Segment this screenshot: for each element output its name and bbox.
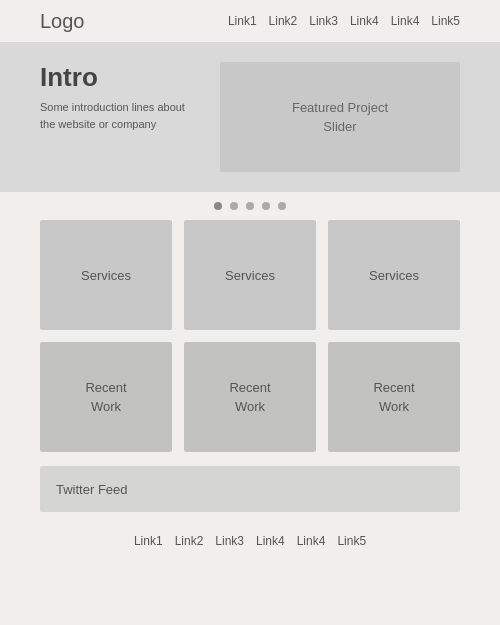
- slider-dot[interactable]: [214, 202, 222, 210]
- footer-link[interactable]: Link5: [337, 534, 366, 548]
- slider-dots: [0, 192, 500, 220]
- recent-work-box[interactable]: RecentWork: [40, 342, 172, 452]
- slider-dot[interactable]: [230, 202, 238, 210]
- intro-title: Intro: [40, 62, 200, 93]
- recent-work-box[interactable]: RecentWork: [328, 342, 460, 452]
- featured-slider[interactable]: Featured ProjectSlider: [220, 62, 460, 172]
- footer-link[interactable]: Link4: [297, 534, 326, 548]
- twitter-label: Twitter Feed: [56, 482, 128, 497]
- nav-link[interactable]: Link5: [431, 14, 460, 28]
- recent-work-box[interactable]: RecentWork: [184, 342, 316, 452]
- nav-link[interactable]: Link4: [350, 14, 379, 28]
- featured-label: Featured ProjectSlider: [292, 98, 388, 137]
- footer-links: Link1Link2Link3Link4Link4Link5: [134, 534, 366, 548]
- twitter-feed: Twitter Feed: [40, 466, 460, 512]
- service-label: Services: [225, 268, 275, 283]
- service-box[interactable]: Services: [40, 220, 172, 330]
- service-box[interactable]: Services: [184, 220, 316, 330]
- service-label: Services: [81, 268, 131, 283]
- slider-dot[interactable]: [246, 202, 254, 210]
- nav-link[interactable]: Link2: [269, 14, 298, 28]
- recent-work-label: RecentWork: [85, 378, 126, 417]
- service-box[interactable]: Services: [328, 220, 460, 330]
- service-label: Services: [369, 268, 419, 283]
- nav-link[interactable]: Link3: [309, 14, 338, 28]
- footer: Link1Link2Link3Link4Link4Link5: [0, 526, 500, 556]
- services-row: ServicesServicesServices: [0, 220, 500, 330]
- recent-work-row: RecentWorkRecentWorkRecentWork: [0, 342, 500, 452]
- intro-text: Intro Some introduction lines about the …: [40, 62, 200, 172]
- footer-link[interactable]: Link3: [215, 534, 244, 548]
- nav-links: Link1Link2Link3Link4Link4Link5: [228, 14, 460, 28]
- header: Logo Link1Link2Link3Link4Link4Link5: [0, 0, 500, 42]
- nav-link[interactable]: Link4: [391, 14, 420, 28]
- nav-link[interactable]: Link1: [228, 14, 257, 28]
- intro-description: Some introduction lines about the websit…: [40, 99, 200, 132]
- logo: Logo: [40, 10, 85, 33]
- footer-link[interactable]: Link1: [134, 534, 163, 548]
- recent-work-label: RecentWork: [229, 378, 270, 417]
- hero-section: Intro Some introduction lines about the …: [0, 42, 500, 192]
- slider-dot[interactable]: [278, 202, 286, 210]
- footer-link[interactable]: Link2: [175, 534, 204, 548]
- recent-work-label: RecentWork: [373, 378, 414, 417]
- slider-dot[interactable]: [262, 202, 270, 210]
- footer-link[interactable]: Link4: [256, 534, 285, 548]
